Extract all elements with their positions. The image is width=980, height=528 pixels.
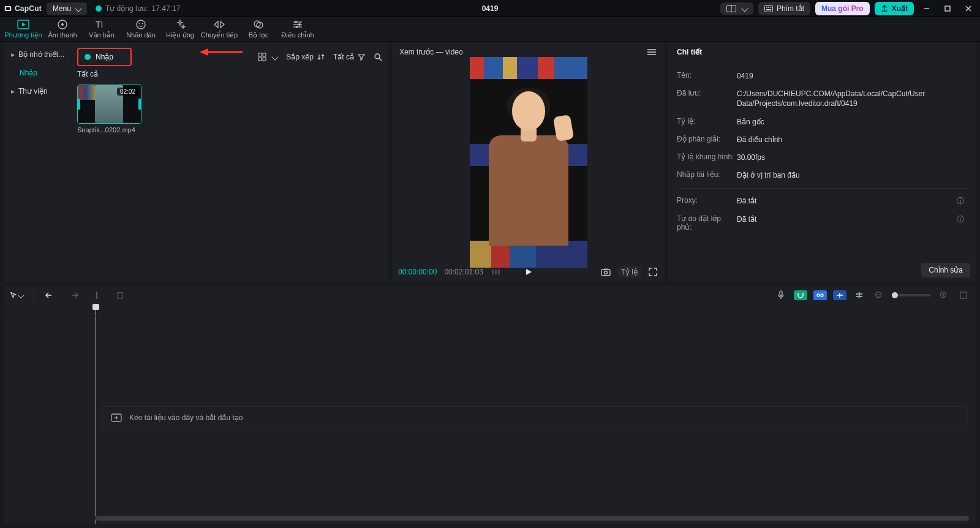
upgrade-pro-button[interactable]: Mua gói Pro bbox=[815, 2, 870, 15]
toggle-linkage[interactable] bbox=[813, 290, 827, 300]
detail-key: Tỷ lệ: bbox=[677, 117, 737, 126]
tab-transition[interactable]: Chuyển tiếp bbox=[200, 17, 239, 41]
split-button[interactable] bbox=[90, 289, 104, 302]
playhead-line[interactable] bbox=[96, 315, 96, 524]
filter-all-button[interactable]: Tất cả bbox=[333, 53, 365, 61]
export-label: Xuất bbox=[892, 4, 908, 13]
import-button-label: Nhập bbox=[96, 53, 113, 61]
info-icon[interactable]: ⓘ bbox=[957, 214, 968, 225]
capcut-logo-icon bbox=[4, 4, 12, 13]
toggle-magnet[interactable] bbox=[794, 290, 807, 300]
svg-rect-31 bbox=[258, 58, 262, 61]
timeline-hscroll[interactable] bbox=[96, 516, 969, 521]
zoom-out-button[interactable] bbox=[872, 289, 886, 302]
select-tool-button[interactable] bbox=[10, 289, 23, 302]
tab-text[interactable]: TI Văn bản bbox=[82, 17, 121, 41]
preview-menu-button[interactable] bbox=[646, 47, 657, 58]
media-clip-thumb[interactable]: 02:02 bbox=[77, 85, 141, 124]
detail-value: Đã tắt bbox=[737, 214, 957, 224]
link-icon bbox=[816, 292, 824, 298]
fit-zoom-button[interactable] bbox=[957, 289, 970, 302]
chevron-down-icon bbox=[18, 292, 24, 298]
trim-right-handle[interactable] bbox=[138, 99, 141, 110]
info-icon[interactable]: ⓘ bbox=[957, 196, 968, 206]
shortcuts-label: Phím tắt bbox=[777, 4, 804, 13]
media-section-title: Tất cả bbox=[71, 70, 388, 81]
scroll-thumb[interactable] bbox=[96, 516, 969, 521]
timeline-drop-target[interactable]: Kéo tài liệu vào đây và bắt đầu tạo bbox=[102, 406, 967, 429]
export-button[interactable]: Xuất bbox=[875, 2, 914, 15]
view-grid-button[interactable] bbox=[258, 53, 277, 61]
layout-button[interactable] bbox=[720, 2, 753, 15]
timeline-body[interactable]: Kéo tài liệu vào đây và bắt đầu tạo bbox=[4, 315, 976, 524]
undo-icon bbox=[45, 292, 55, 299]
detail-separator bbox=[677, 188, 968, 189]
person-figure bbox=[480, 85, 577, 244]
detail-key: Độ phân giải: bbox=[677, 135, 737, 143]
ratio-button[interactable]: Tỷ lệ bbox=[617, 266, 641, 277]
tab-audio[interactable]: Âm thanh bbox=[43, 17, 82, 41]
search-button[interactable] bbox=[374, 53, 382, 61]
undo-button[interactable] bbox=[43, 289, 57, 302]
redo-button[interactable] bbox=[67, 289, 80, 302]
tab-effect[interactable]: Hiệu ứng bbox=[160, 17, 200, 41]
playhead[interactable] bbox=[96, 304, 96, 315]
time-total: 00:02:01:03 bbox=[444, 268, 483, 276]
detail-row-res: Độ phân giải:Đã điều chỉnh bbox=[677, 131, 968, 149]
zoom-slider[interactable] bbox=[892, 294, 931, 296]
edit-button[interactable]: Chỉnh sửa bbox=[921, 263, 970, 277]
tab-media-label: Phương tiện bbox=[4, 31, 42, 39]
filter-icon bbox=[253, 19, 264, 30]
timeline-toolbar-left bbox=[10, 289, 127, 302]
timeline-options-button[interactable] bbox=[853, 289, 866, 302]
menu-label: Menu bbox=[53, 4, 71, 13]
trim-left-handle[interactable] bbox=[77, 99, 80, 110]
svg-rect-50 bbox=[821, 294, 823, 296]
ratio-label: Tỷ lệ bbox=[621, 268, 638, 276]
shortcuts-button[interactable]: Phím tắt bbox=[758, 2, 810, 15]
tab-transition-label: Chuyển tiếp bbox=[201, 31, 238, 39]
snapshot-button[interactable] bbox=[600, 266, 611, 277]
record-audio-button[interactable] bbox=[774, 289, 788, 302]
svg-rect-48 bbox=[780, 291, 782, 296]
svg-rect-58 bbox=[960, 292, 967, 298]
detail-row-import: Nhập tài liệu:Đặt ở vị trí ban đầu bbox=[677, 167, 968, 184]
tab-media[interactable]: Phương tiện bbox=[4, 17, 43, 41]
sidebar-item-device[interactable]: ▸Bộ nhớ thiết... bbox=[6, 45, 68, 64]
fullscreen-button[interactable] bbox=[647, 266, 658, 277]
text-icon: TI bbox=[96, 19, 108, 30]
sidebar-item-library[interactable]: ▸Thư viện bbox=[6, 82, 68, 100]
menu-button[interactable]: Menu bbox=[47, 2, 87, 15]
filter-icon bbox=[358, 53, 365, 61]
zoom-in-button[interactable] bbox=[937, 289, 951, 302]
pro-label: Mua gói Pro bbox=[821, 4, 864, 13]
tab-adjust[interactable]: Điều chỉnh bbox=[278, 17, 317, 41]
compare-view-button[interactable] bbox=[491, 266, 502, 277]
edit-button-label: Chỉnh sửa bbox=[929, 266, 963, 274]
tab-sticker[interactable]: Nhãn dán bbox=[121, 17, 160, 41]
import-dot-icon bbox=[85, 54, 91, 60]
preview-canvas[interactable] bbox=[470, 57, 587, 268]
play-button[interactable] bbox=[523, 266, 534, 277]
sidebar-item-import[interactable]: Nhập bbox=[6, 64, 68, 82]
magnet-icon bbox=[797, 292, 804, 298]
toggle-preview-axis[interactable] bbox=[833, 290, 846, 300]
svg-point-14 bbox=[61, 23, 64, 26]
sort-button[interactable]: Sắp xếp bbox=[286, 53, 325, 61]
detail-row-fps: Tỷ lệ khung hình:30.00fps bbox=[677, 149, 968, 167]
redo-icon bbox=[69, 292, 78, 299]
zoom-thumb[interactable] bbox=[892, 292, 898, 298]
media-thumbs: 02:02 Snaptik...0202.mp4 bbox=[71, 81, 388, 139]
window-close-button[interactable] bbox=[960, 2, 976, 15]
timeline-wrap: Kéo tài liệu vào đây và bắt đầu tạo bbox=[0, 286, 980, 528]
transition-icon bbox=[213, 19, 225, 30]
grid-icon bbox=[258, 53, 266, 61]
tab-filter[interactable]: Bộ lọc bbox=[239, 17, 278, 41]
window-maximize-button[interactable] bbox=[940, 2, 956, 15]
project-title: 0419 bbox=[482, 4, 499, 13]
import-button[interactable]: Nhập bbox=[77, 48, 132, 66]
media-body: Nhập Sắp xếp Tất cả bbox=[71, 42, 388, 282]
window-minimize-button[interactable] bbox=[919, 2, 935, 15]
delete-clip-button[interactable] bbox=[113, 289, 127, 302]
timeline-ruler[interactable] bbox=[4, 304, 976, 315]
